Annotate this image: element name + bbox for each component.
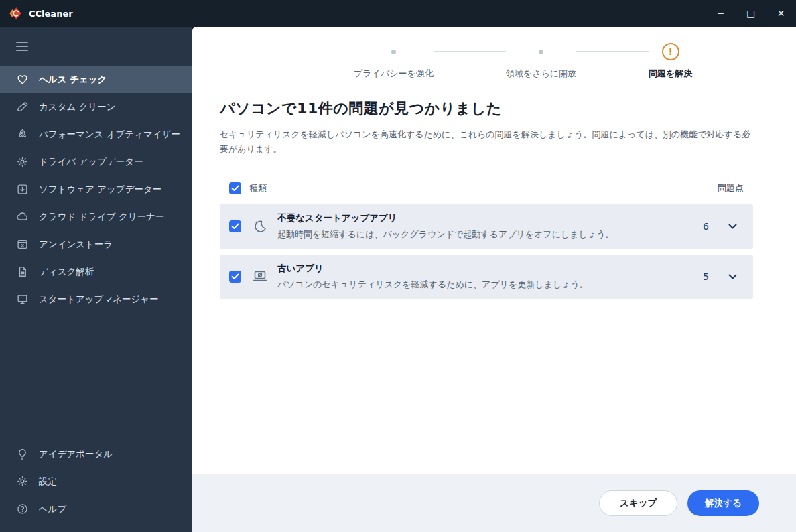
issue-description: パソコンのセキュリティリスクを軽減するために、アプリを更新しましょう。 [277,278,679,291]
progress-stepper: プライバシーを強化 領域をさらに開放 ! 問題を解決 [354,43,753,80]
titlebar: CCleaner ─ □ ✕ [0,0,796,27]
step-connector [576,51,649,52]
ccleaner-logo-icon [8,6,23,21]
sidebar-item-health-check[interactable]: ヘルス チェック [0,66,192,93]
page-subtitle: セキュリティリスクを軽減しパソコンを高速化するために、これらの問題を解決しましょ… [220,127,753,157]
sidebar-item-driver-updater[interactable]: ドライバ アップデーター [0,148,192,176]
gear-icon [15,475,29,488]
old-apps-icon [251,269,269,285]
page-title: パソコンで11件の問題が見つかりました [220,98,753,119]
lightbulb-icon [15,448,29,461]
sidebar-item-idea-portal[interactable]: アイデアポータル [0,440,192,468]
issue-row-old-apps[interactable]: 古いアプリ パソコンのセキュリティリスクを軽減するために、アプリを更新しましょう… [220,255,753,299]
software-update-icon [15,183,29,196]
issues-table-header: 種類 問題点 [220,178,753,198]
sidebar-item-label: ヘルプ [39,503,66,515]
select-all-checkbox[interactable] [229,182,241,194]
step-dot-icon [391,50,396,54]
issue-description: 起動時間を短縮するには、バックグラウンドで起動するアプリをオフにしましょう。 [277,228,679,241]
app-title: CCleaner [29,9,73,19]
sidebar-item-label: ドライバ アップデーター [39,156,143,168]
disk-analyzer-icon [15,265,29,279]
brush-icon [15,101,29,114]
sidebar-item-label: ディスク解析 [39,266,94,278]
sidebar-item-label: 設定 [39,476,57,488]
issue-row-startup-apps[interactable]: 不要なスタートアップアプリ 起動時間を短縮するには、バックグラウンドで起動するア… [220,204,753,249]
sidebar-item-label: パフォーマンス オプティマイザー [39,129,180,141]
step-free-space: 領域をさらに開放 [506,43,576,80]
row-checkbox[interactable] [229,220,241,232]
step-label: 領域をさらに開放 [506,68,576,80]
sidebar-item-startup-manager[interactable]: スタートアップマネージャー [0,285,192,313]
maximize-button[interactable]: □ [736,0,766,27]
score-column-header: 問題点 [718,182,744,194]
sidebar-bottom: アイデアポータル 設定 ヘルプ [0,440,192,532]
issue-title: 古いアプリ [277,263,689,275]
ccleaner-window: CCleaner ─ □ ✕ ヘルス チェック [0,0,796,532]
issue-score: 6 [703,221,709,232]
step-label: プライバシーを強化 [354,68,434,80]
sidebar-item-disk-analyzer[interactable]: ディスク解析 [0,258,192,285]
help-icon [15,503,29,516]
driver-gear-icon [15,155,29,169]
issue-title: 不要なスタートアップアプリ [277,212,689,224]
close-button[interactable]: ✕ [766,0,796,27]
sidebar-item-label: スタートアップマネージャー [39,293,159,306]
minimize-button[interactable]: ─ [706,0,736,27]
sidebar-item-label: カスタム クリーン [39,101,116,113]
sidebar-item-label: ヘルス チェック [39,74,107,86]
uninstaller-icon [15,238,29,251]
sidebar-item-help[interactable]: ヘルプ [0,495,192,523]
sidebar-item-label: アンインストーラ [39,239,113,251]
sidebar-item-uninstaller[interactable]: アンインストーラ [0,230,192,258]
sidebar-item-label: アイデアポータル [39,448,113,460]
solve-button[interactable]: 解決する [687,490,759,516]
sidebar-item-settings[interactable]: 設定 [0,468,192,495]
main-panel: プライバシーを強化 領域をさらに開放 ! 問題を解決 パソコンで11件の問題が見… [192,27,796,532]
row-checkbox[interactable] [229,271,241,283]
skip-button[interactable]: スキップ [599,490,677,516]
step-dot-icon [539,50,543,54]
sidebar-item-custom-clean[interactable]: カスタム クリーン [0,93,192,121]
action-footer: スキップ 解決する [192,474,796,532]
sidebar-nav: ヘルス チェック カスタム クリーン パフォーマンス オプティマイザー [0,66,192,313]
sidebar-item-software-updater[interactable]: ソフトウェア アップデーター [0,176,192,203]
step-privacy: プライバシーを強化 [354,43,434,80]
menu-toggle-icon[interactable] [16,42,28,51]
sidebar-item-label: ソフトウェア アップデーター [39,184,161,196]
moon-icon [251,218,269,235]
sidebar-item-label: クラウド ドライブ クリーナー [39,211,165,223]
issue-score: 5 [703,271,709,282]
sidebar: ヘルス チェック カスタム クリーン パフォーマンス オプティマイザー [0,27,192,532]
rocket-icon [15,128,29,141]
step-connector [434,51,506,52]
step-label: 問題を解決 [649,68,692,80]
type-column-header: 種類 [249,182,267,194]
cloud-icon [15,210,29,224]
heart-icon [15,73,29,86]
chevron-down-icon[interactable] [724,268,741,285]
warning-icon: ! [662,43,679,60]
monitor-icon [15,293,29,306]
step-fix-issues: ! 問題を解決 [649,43,692,80]
sidebar-item-cloud-drive-cleaner[interactable]: クラウド ドライブ クリーナー [0,203,192,230]
sidebar-item-performance-optimizer[interactable]: パフォーマンス オプティマイザー [0,121,192,148]
chevron-down-icon[interactable] [724,218,741,235]
